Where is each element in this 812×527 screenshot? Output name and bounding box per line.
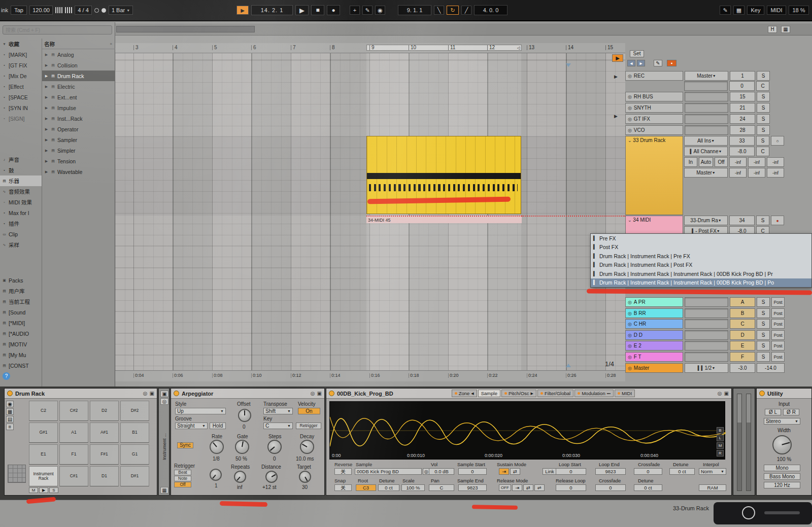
release-loop-icon[interactable]: ⇄ bbox=[523, 484, 533, 491]
menu-item[interactable]: ▍Pre FX bbox=[591, 234, 811, 243]
crossfade-box[interactable]: 0 bbox=[634, 468, 662, 475]
track-number-box[interactable]: 21 bbox=[730, 103, 755, 113]
collection-item[interactable]: ▪[SPACE bbox=[0, 92, 42, 102]
retrigger-off-button[interactable]: Off bbox=[174, 482, 191, 487]
sustain-noloop-icon[interactable]: ⇥ bbox=[499, 468, 509, 475]
target-knob[interactable] bbox=[299, 471, 311, 483]
sample-start-box[interactable]: 0 bbox=[458, 468, 487, 475]
metronome-icon[interactable] bbox=[94, 8, 99, 13]
collections-header[interactable]: ▾收藏 bbox=[0, 39, 42, 49]
drum-pad[interactable]: D#1 bbox=[120, 466, 149, 486]
tab-zone[interactable]: Zone◀ bbox=[452, 390, 477, 397]
sync-button[interactable]: Sync bbox=[177, 442, 193, 448]
device-title-bar[interactable]: Utility bbox=[757, 389, 811, 399]
gate-knob[interactable] bbox=[235, 440, 249, 454]
io-toggle-icon[interactable]: ◉ bbox=[6, 401, 14, 407]
return-letter-box[interactable]: B bbox=[730, 308, 755, 318]
expander-icon[interactable]: ▶ bbox=[44, 117, 49, 121]
pan-box[interactable]: C bbox=[429, 484, 454, 491]
time-ruler[interactable]: 0:04 0:06 0:08 0:10 0:12 0:14 0:16 0:18 … bbox=[115, 370, 625, 381]
expander-icon[interactable]: ▶ bbox=[44, 63, 49, 67]
key-select[interactable]: C▼ bbox=[263, 423, 293, 429]
collection-item[interactable]: ▪[GT FIX bbox=[0, 60, 42, 71]
scale-box[interactable]: 100 % bbox=[401, 484, 425, 491]
return-letter-box[interactable]: E bbox=[730, 341, 755, 350]
chain-list-icon[interactable]: ▤ bbox=[6, 416, 14, 423]
post-button[interactable]: Post bbox=[771, 319, 785, 329]
bass-mono-freq-box[interactable]: 120 Hz bbox=[764, 482, 800, 488]
follow-scroll-icon[interactable]: ▶ bbox=[612, 54, 623, 62]
solo-button[interactable]: S bbox=[756, 216, 769, 225]
track-header-rec[interactable]: ◎REC bbox=[625, 71, 683, 81]
drum-pad[interactable]: E1 bbox=[29, 444, 58, 465]
device-power-icon[interactable] bbox=[7, 391, 13, 396]
mono-button[interactable]: Mono bbox=[764, 465, 800, 471]
track-header-snyth[interactable]: ◎SNYTH bbox=[625, 103, 683, 113]
style-select[interactable]: Up▼ bbox=[175, 408, 226, 414]
punch-out-icon[interactable]: ╱ bbox=[461, 6, 471, 15]
width-knob[interactable] bbox=[772, 435, 792, 454]
steps-knob[interactable] bbox=[267, 440, 282, 454]
wave-side-button[interactable]: R bbox=[717, 450, 724, 456]
tab-pitch-osc[interactable]: Pitch/Osc▶ bbox=[501, 390, 536, 397]
volume-value-box[interactable]: 0 bbox=[729, 81, 755, 91]
category-max[interactable]: ▪Max for l bbox=[0, 207, 42, 218]
category-clips[interactable]: ▭Clip bbox=[0, 229, 42, 239]
snap-button[interactable]: 关 bbox=[334, 484, 352, 491]
return-track-b[interactable]: ◎B RR bbox=[625, 308, 683, 318]
category-samples[interactable]: ∿采样 bbox=[0, 239, 42, 250]
groove-select[interactable]: Straight▼ bbox=[175, 423, 208, 429]
chain-collapse-strip[interactable]: ▣ ◎ Instrument ... ▦ bbox=[158, 388, 170, 496]
hot-swap-icon[interactable]: ◎ bbox=[143, 391, 148, 396]
output-routing-select[interactable]: Master▼ bbox=[685, 71, 728, 81]
key-map-button[interactable]: Key bbox=[747, 6, 764, 15]
fold-device-icon[interactable]: ▣ bbox=[317, 391, 322, 396]
track-header-vco[interactable]: ◎VCO bbox=[625, 125, 683, 135]
loop-length-display[interactable]: 4. 0. 0 bbox=[474, 5, 507, 15]
post-button[interactable]: Post bbox=[771, 297, 785, 307]
loop-brace[interactable]: ◁ bbox=[366, 45, 522, 51]
tab-sample[interactable]: Sample bbox=[478, 390, 500, 397]
drum-pad[interactable]: F#1 bbox=[90, 444, 119, 465]
overview-scroll-handle[interactable] bbox=[116, 26, 255, 32]
pad-mute-button[interactable]: M bbox=[29, 487, 38, 493]
device-title-bar[interactable]: Arpeggiator ◎▣ bbox=[171, 389, 324, 399]
quantize-select[interactable]: 1 Bar▼ bbox=[109, 6, 133, 15]
place-packs[interactable]: ▣Packs bbox=[0, 275, 42, 286]
ram-button[interactable]: RAM bbox=[699, 484, 726, 491]
name-column-header[interactable]: 名称≡ bbox=[42, 39, 115, 49]
track-number-box[interactable]: 28 bbox=[730, 125, 755, 135]
interpol-select[interactable]: Norm▼ bbox=[699, 468, 726, 475]
device-title-bar[interactable]: 00DB_Kick_Prog_BD Zone◀ Sample Pitch/Osc… bbox=[326, 389, 731, 399]
device-folder[interactable]: ▶▤Inst...Rack bbox=[42, 113, 115, 124]
tab-filter-global[interactable]: Filter/Global bbox=[537, 390, 573, 397]
metronome-dot-icon[interactable] bbox=[101, 8, 106, 13]
device-folder[interactable]: ▶▤Wavetable bbox=[42, 166, 115, 177]
record-button[interactable]: ● bbox=[327, 5, 340, 15]
solo-button[interactable]: S bbox=[757, 114, 770, 124]
return-track-a[interactable]: ◎A PR bbox=[625, 297, 683, 307]
vertical-scrollbar[interactable] bbox=[737, 394, 742, 491]
detune-box[interactable]: 0 ct bbox=[634, 484, 662, 491]
pan-box[interactable]: C bbox=[756, 147, 769, 156]
output-routing-select[interactable]: Master▼ bbox=[684, 168, 728, 178]
input-routing-select[interactable]: All Ins▼ bbox=[684, 136, 728, 146]
link-button[interactable]: Link bbox=[543, 468, 557, 475]
master-pan-box[interactable]: -14.0 bbox=[757, 363, 785, 373]
post-button[interactable]: Post bbox=[771, 330, 785, 340]
solo-button[interactable]: S bbox=[757, 341, 770, 350]
tap-tempo-button[interactable]: Tap bbox=[11, 6, 27, 15]
drum-pad[interactable]: A1 bbox=[59, 423, 88, 443]
drum-pad[interactable]: C#2 bbox=[59, 401, 88, 421]
track-number-box[interactable]: 24 bbox=[730, 114, 755, 124]
place-folder[interactable]: ▤[*AUDIO bbox=[0, 328, 42, 339]
computer-midi-keyboard-icon[interactable]: ▦ bbox=[733, 6, 745, 15]
stop-button[interactable]: ■ bbox=[311, 5, 324, 15]
offset-knob[interactable] bbox=[238, 409, 251, 422]
loop-start-box[interactable]: 0 bbox=[556, 468, 586, 475]
input-channel-select[interactable]: ▍All Channe▼ bbox=[684, 147, 728, 156]
level-box[interactable]: -inf bbox=[748, 157, 765, 167]
tab-modulation[interactable]: Modulation••• bbox=[574, 390, 614, 397]
arrow-left-icon[interactable]: ◂ bbox=[627, 60, 635, 66]
track-header-gt-ifx[interactable]: ◎GT IFX bbox=[625, 114, 683, 124]
